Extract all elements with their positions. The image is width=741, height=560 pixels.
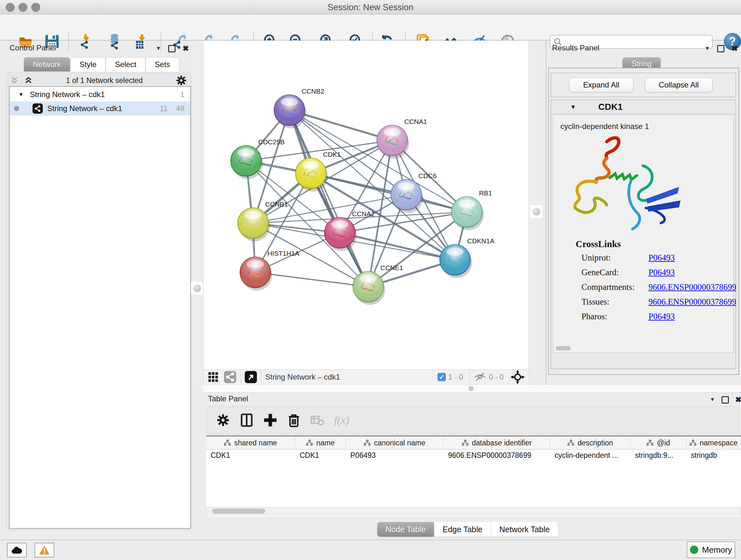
control-panel-float-icon[interactable]	[168, 45, 176, 52]
hidden-elements-eye-icon[interactable]	[474, 372, 486, 382]
column-header-namespace[interactable]: namespace	[686, 436, 741, 449]
edge-HIST1H1A-CCNE1	[255, 272, 368, 287]
expand-all-icon[interactable]	[23, 76, 33, 85]
warning-button[interactable]	[35, 543, 54, 557]
node-label-CDKN1A: CDKN1A	[467, 237, 494, 245]
function-builder-icon: f(x)	[334, 414, 349, 426]
horizontal-splitter-grip[interactable]	[468, 386, 474, 391]
node-CDKN1A[interactable]	[440, 245, 472, 278]
crosslink-link[interactable]: P06493	[649, 267, 675, 277]
table-hscrollbar-thumb[interactable]	[212, 509, 265, 514]
node-label-CDC6: CDC6	[418, 172, 436, 179]
tab-network[interactable]: Network	[23, 57, 70, 71]
node-CCNE1[interactable]	[353, 271, 385, 305]
import-network-database-icon[interactable]	[106, 33, 124, 50]
crosslink-link[interactable]: 9606.ENSP00000378699	[649, 297, 736, 307]
collection-expand-icon[interactable]: ▼	[18, 91, 23, 98]
titlebar: Session: New Session	[0, 0, 741, 14]
control-panel-close-icon[interactable]: ✖	[183, 44, 189, 53]
table-row[interactable]: CDK1CDK1P064939606.ENSP00000378699cyclin…	[206, 449, 741, 462]
right-splitter[interactable]	[529, 41, 546, 384]
create-column-plus-icon[interactable]	[263, 413, 277, 427]
table-settings-gear-icon[interactable]	[216, 413, 230, 427]
results-panel-menu-icon[interactable]: ▼	[704, 45, 710, 52]
node-label-CCNB2: CCNB2	[301, 87, 324, 95]
node-CDC25B[interactable]	[231, 145, 263, 179]
cell-namespace: stringdb	[686, 449, 741, 462]
results-scrollbar-thumb[interactable]	[556, 346, 570, 351]
node-RB1[interactable]	[452, 197, 484, 230]
birdseye-view-icon[interactable]	[245, 371, 257, 383]
node-CCNA2[interactable]	[325, 217, 357, 251]
network-collection-row[interactable]: ▼ String Network – cdk1 1	[10, 87, 190, 102]
tab-style[interactable]: Style	[70, 57, 106, 71]
right-splitter-grip[interactable]	[533, 208, 540, 215]
table-panel-title: Table Panel	[208, 394, 248, 403]
show-columns-icon[interactable]	[240, 413, 254, 427]
delete-column-trash-icon[interactable]	[287, 413, 301, 427]
grid-view-icon[interactable]	[207, 371, 219, 383]
column-header-name[interactable]: name	[295, 436, 346, 449]
import-network-icon[interactable]	[77, 33, 95, 50]
memory-status-dot	[690, 546, 698, 554]
protein-structure-image	[558, 130, 692, 237]
crosslink-label: GeneCard:	[582, 267, 619, 277]
table-panel-close-icon[interactable]: ✖	[735, 395, 741, 404]
network-node-count: 11	[159, 104, 167, 113]
share-view-icon[interactable]	[224, 371, 237, 383]
network-options-gear-icon[interactable]	[176, 75, 187, 86]
cdk1-section-header[interactable]: ▼ CDK1	[551, 100, 736, 114]
edge-CDK1-RB1	[311, 173, 467, 212]
left-splitter[interactable]	[192, 41, 203, 384]
cytoscape-window: Session: New Session ? Control Panel ▼ ✖…	[0, 0, 741, 560]
tab-sets[interactable]: Sets	[145, 57, 179, 71]
column-header-database-identifier[interactable]: database identifier	[444, 436, 550, 449]
crosslink-link[interactable]: P06493	[649, 253, 675, 263]
expand-all-button[interactable]: Expand All	[569, 78, 633, 92]
table-hscrollbar[interactable]	[206, 507, 741, 515]
results-panel-float-icon[interactable]	[717, 45, 724, 52]
tab-network-table[interactable]: Network Table	[491, 522, 558, 537]
network-selection-bar: 1 of 1 Network selected	[10, 75, 187, 85]
tab-select[interactable]: Select	[106, 57, 145, 71]
results-panel-title: Results Panel	[552, 44, 599, 52]
node-CDK1[interactable]	[295, 158, 328, 192]
table-panel-menu-icon[interactable]: ▼	[710, 396, 715, 403]
node-label-RB1: RB1	[479, 189, 492, 197]
cell-canonical-name: P06493	[346, 449, 444, 462]
cdk1-collapse-icon[interactable]: ▼	[570, 104, 576, 111]
tab-node-table[interactable]: Node Table	[377, 522, 434, 537]
results-panel-close-icon[interactable]: ✖	[731, 44, 738, 53]
column-header-canonical-name[interactable]: canonical name	[346, 436, 444, 449]
cell-description: cyclin-dependent ...	[550, 449, 630, 462]
node-CCNA1[interactable]	[377, 125, 409, 159]
node-label-CCNA2: CCNA2	[352, 210, 375, 217]
import-table-icon[interactable]	[133, 33, 151, 50]
network-tree: ▼ String Network – cdk1 1 String Network…	[9, 86, 191, 529]
crosslink-row: Pharos:P06493	[582, 312, 728, 326]
selected-nodes-checkbox[interactable]: ✓	[437, 373, 446, 381]
cell-database-identifier: 9606.ENSP00000378699	[444, 449, 550, 462]
table-panel-float-icon[interactable]	[722, 396, 729, 403]
crosslink-link[interactable]: P06493	[649, 312, 675, 321]
cloud-button[interactable]	[7, 543, 27, 557]
memory-button[interactable]: Memory	[687, 542, 735, 558]
horizontal-splitter[interactable]	[203, 384, 741, 393]
column-header-id[interactable]: @id	[630, 436, 686, 449]
control-panel-menu-icon[interactable]: ▼	[156, 45, 161, 52]
node-HIST1H1A[interactable]	[240, 257, 272, 291]
network-canvas[interactable]: CCNB2CCNA1CDC25BCDK1CDC6RB1CCNB1CCNA2CDK…	[203, 41, 529, 369]
column-header-description[interactable]: description	[550, 436, 630, 449]
crosslink-label: Tissues:	[582, 297, 610, 307]
collapse-all-icon[interactable]	[10, 76, 19, 85]
tab-edge-table[interactable]: Edge Table	[434, 522, 491, 537]
node-table: shared namenamecanonical namedatabase id…	[206, 435, 741, 516]
left-splitter-grip[interactable]	[193, 285, 201, 292]
collection-count: 1	[180, 90, 185, 99]
pan-crosshair-icon[interactable]	[511, 370, 525, 384]
collapse-all-button[interactable]: Collapse All	[645, 78, 713, 92]
network-row[interactable]: String Network – cdk1 11 48	[10, 102, 190, 116]
column-header-shared-name[interactable]: shared name	[206, 436, 295, 449]
crosslink-link[interactable]: 9606.ENSP00000378699	[649, 282, 736, 292]
cell-id: stringdb:9...	[630, 449, 686, 462]
